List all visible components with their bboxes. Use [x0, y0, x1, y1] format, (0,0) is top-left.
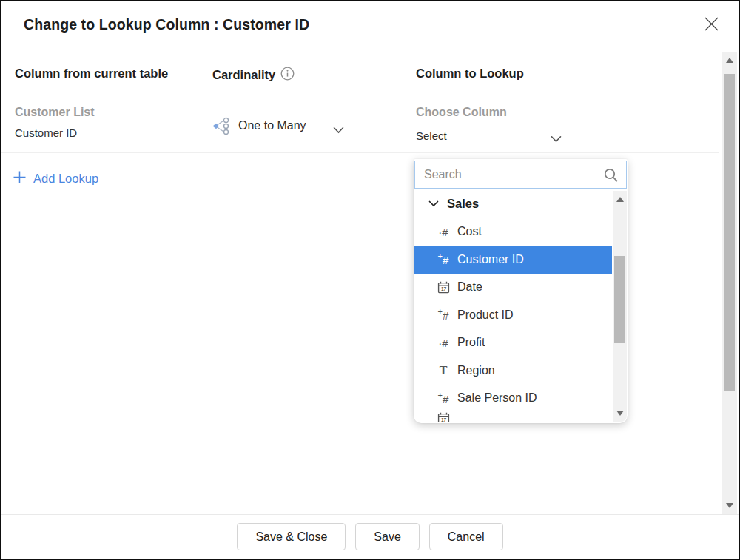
cardinality-dropdown[interactable]: One to Many: [238, 119, 306, 132]
close-button[interactable]: [700, 14, 722, 36]
positive-number-icon: +#: [434, 308, 452, 322]
modal-scrollbar[interactable]: [722, 52, 737, 514]
svg-text:17: 17: [440, 286, 446, 291]
column-option-region[interactable]: TRegion: [414, 357, 628, 385]
header-current-table: Column from current table: [15, 67, 168, 81]
save-button[interactable]: Save: [355, 523, 419, 550]
modal-footer: Save & CloseSaveCancel: [1, 514, 739, 559]
chevron-down-icon[interactable]: [551, 132, 562, 146]
column-option-cost[interactable]: ·#Cost: [414, 218, 628, 246]
positive-number-icon: +#: [434, 252, 452, 266]
column-option-label: Profit: [457, 336, 485, 349]
text-icon: T: [434, 364, 452, 377]
date-icon: 17: [434, 412, 452, 422]
column-picker-dropdown: Sales ·#Cost+#Customer ID17Date+#Product…: [414, 159, 628, 423]
chevron-down-icon[interactable]: [333, 124, 344, 137]
one-to-many-icon: [211, 116, 231, 139]
column-option-label: Cost: [457, 225, 482, 238]
column-options: ·#Cost+#Customer ID17Date+#Product ID·#P…: [414, 218, 628, 422]
search-icon: [603, 167, 619, 183]
dropdown-scrollbar-thumb[interactable]: [614, 256, 625, 343]
column-option-sale-person-id[interactable]: +#Sale Person ID: [414, 385, 628, 413]
change-to-lookup-modal: Change to Lookup Column : Customer ID Co…: [0, 0, 740, 560]
lookup-mapping-row: Customer List Customer ID One to Many Ch…: [1, 98, 719, 153]
column-option-label: Product ID: [457, 308, 514, 322]
add-lookup-label: Add Lookup: [33, 172, 98, 186]
plus-icon: [13, 170, 27, 187]
header-cardinality-label: Cardinality: [212, 68, 275, 82]
header-column-to-lookup: Column to Lookup: [416, 67, 524, 81]
add-lookup-button[interactable]: Add Lookup: [13, 170, 98, 187]
column-option-label: Region: [457, 364, 495, 377]
column-list: Sales ·#Cost+#Customer ID17Date+#Product…: [414, 190, 628, 423]
decimal-number-icon: ·#: [434, 337, 452, 349]
group-sales[interactable]: Sales: [414, 190, 628, 218]
save-and-close-button[interactable]: Save & Close: [237, 523, 346, 550]
modal-title: Change to Lookup Column : Customer ID: [24, 16, 309, 33]
group-label: Sales: [447, 197, 479, 211]
columns-header-row: Column from current table Cardinality Co…: [1, 50, 719, 98]
modal-header: Change to Lookup Column : Customer ID: [1, 1, 739, 50]
cancel-button[interactable]: Cancel: [429, 523, 503, 550]
column-option-label: Date: [457, 280, 482, 294]
scroll-down-icon[interactable]: [726, 503, 733, 508]
scroll-up-icon[interactable]: [726, 58, 733, 63]
column-select-dropdown[interactable]: Select: [416, 129, 447, 142]
current-table-name: Customer List: [15, 106, 95, 119]
column-option-product-id[interactable]: +#Product ID: [414, 301, 628, 329]
scroll-down-icon[interactable]: [616, 411, 624, 416]
dropdown-scrollbar[interactable]: [613, 191, 627, 422]
column-option-label: Customer ID: [457, 253, 524, 266]
choose-column-label: Choose Column: [416, 106, 507, 119]
column-option-customer-id[interactable]: +#Customer ID: [414, 246, 612, 274]
column-option-label: Sale Person ID: [457, 391, 537, 405]
decimal-number-icon: ·#: [434, 226, 452, 238]
column-option-partial[interactable]: 17: [414, 412, 628, 422]
positive-number-icon: +#: [434, 391, 452, 405]
close-icon: [702, 14, 722, 37]
column-option-profit[interactable]: ·#Profit: [414, 329, 628, 357]
search-input[interactable]: [415, 168, 603, 181]
header-cardinality: Cardinality: [212, 67, 295, 84]
column-option-date[interactable]: 17Date: [414, 274, 628, 302]
info-icon[interactable]: [280, 67, 295, 84]
search-box: [414, 161, 627, 189]
date-icon: 17: [434, 281, 452, 294]
svg-text:17: 17: [440, 417, 446, 422]
modal-scrollbar-thumb[interactable]: [724, 74, 735, 391]
chevron-down-icon: [428, 200, 439, 207]
scroll-up-icon[interactable]: [616, 197, 624, 202]
current-column-name: Customer ID: [15, 126, 77, 139]
